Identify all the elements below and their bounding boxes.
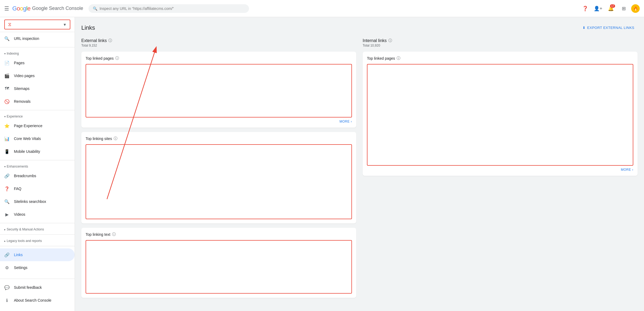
mobile-usability-icon: 📱 [4, 149, 10, 154]
sidebar-item-core-web-vitals[interactable]: 📊 Core Web Vitals [0, 132, 75, 145]
sidebar-item-faq[interactable]: ❓ FAQ [0, 182, 75, 195]
help-icon[interactable]: ❓ [580, 3, 591, 14]
breadcrumbs-icon: 🔗 [4, 173, 10, 179]
card-footer-ext-linked: MORE › [86, 120, 352, 123]
card-info-icon-sites[interactable]: ⓘ [114, 136, 117, 141]
add-user-icon[interactable]: 👤+ [593, 3, 603, 14]
sidebar: ⧖ ▼ 🔍 URL inspection ▾ Indexing 📄 Pages [0, 17, 75, 311]
search-bar[interactable]: 🔍 [89, 4, 249, 13]
logo[interactable]: Google Google Search Console [12, 5, 83, 12]
download-icon: ⬇ [582, 26, 586, 30]
feedback-icon: 💬 [4, 285, 10, 290]
sidebar-item-breadcrumbs[interactable]: 🔗 Breadcrumbs [0, 169, 75, 182]
external-top-linked-pages-content [86, 64, 352, 117]
sidebar-item-videos[interactable]: ▶ Videos [0, 208, 75, 221]
sidebar-item-links[interactable]: 🔗 Links [0, 248, 75, 261]
property-selector[interactable]: ⧖ ▼ [4, 20, 70, 29]
internal-top-linked-pages-card: Top linked pages ⓘ MORE › [363, 52, 638, 176]
export-btn-label: EXPORT EXTERNAL LINKS [587, 26, 634, 30]
sitelinks-searchbox-icon: 🔍 [4, 199, 10, 204]
sidebar-item-removals[interactable]: 🚫 Removals [0, 95, 75, 108]
avatar[interactable]: 🔥 [631, 4, 640, 13]
sitemaps-label: Sitemaps [14, 86, 29, 91]
sidebar-section-experience[interactable]: ▾ Experience [0, 112, 75, 119]
more-label-int: MORE [621, 168, 631, 172]
sidebar-item-url-inspection[interactable]: 🔍 URL inspection [0, 32, 75, 45]
section-label-exp: Experience [7, 115, 23, 118]
card-title-linking-text: Top linking text ⓘ [86, 232, 352, 237]
sidebar-section-legacy[interactable]: ▸ Legacy tools and reports [0, 237, 75, 244]
breadcrumbs-label: Breadcrumbs [14, 174, 36, 178]
external-top-linking-sites-card: Top linking sites ⓘ [81, 132, 356, 223]
internal-links-title: Internal links ⓘ [363, 38, 638, 43]
settings-label: Settings [14, 266, 28, 270]
card-title-int-linked-text: Top linked pages [367, 56, 395, 60]
video-pages-icon: 🎬 [4, 73, 10, 78]
links-icon: 🔗 [4, 252, 10, 257]
card-info-icon[interactable]: ⓘ [115, 56, 119, 61]
links-columns: External links ⓘ Total 9,152 Top linked … [81, 38, 638, 302]
external-top-linked-pages-card: Top linked pages ⓘ MORE › [81, 52, 356, 128]
sidebar-section-enhancements[interactable]: ▾ Enhancements [0, 162, 75, 169]
sidebar-nav: 🔍 URL inspection ▾ Indexing 📄 Pages 🎬 Vi… [0, 32, 75, 276]
divider-3 [0, 160, 75, 160]
expand-icon-leg: ▸ [4, 240, 6, 242]
external-links-title-text: External links [81, 38, 107, 43]
internal-links-title-text: Internal links [363, 38, 387, 43]
main-content: Links ⬇ EXPORT EXTERNAL LINKS External l… [75, 17, 644, 311]
apps-icon[interactable]: ⊞ [618, 3, 629, 14]
card-footer-int-linked: MORE › [367, 168, 633, 172]
sitelinks-searchbox-label: Sitelinks searchbox [14, 199, 46, 204]
external-links-header: External links ⓘ Total 9,152 [81, 38, 356, 47]
core-web-vitals-label: Core Web Vitals [14, 136, 41, 141]
sidebar-bottom: 💬 Submit feedback ℹ About Search Console [0, 276, 75, 311]
faq-label: FAQ [14, 187, 21, 191]
notifications-icon[interactable]: 🔔 17 [605, 3, 616, 14]
pages-label: Pages [14, 61, 25, 65]
about-label: About Search Console [14, 298, 51, 302]
sidebar-item-sitemaps[interactable]: 🗺 Sitemaps [0, 82, 75, 95]
card-info-icon-int[interactable]: ⓘ [397, 56, 400, 61]
expand-icon-sec: ▸ [4, 228, 6, 231]
sidebar-item-page-experience[interactable]: ⭐ Page Experience [0, 119, 75, 132]
sitemaps-icon: 🗺 [4, 86, 10, 91]
menu-icon[interactable]: ☰ [4, 5, 9, 12]
external-top-linking-sites-content [86, 144, 352, 219]
external-links-title: External links ⓘ [81, 38, 356, 43]
sidebar-section-indexing[interactable]: ▾ Indexing [0, 50, 75, 56]
sidebar-item-feedback[interactable]: 💬 Submit feedback [0, 281, 75, 294]
links-label: Links [14, 253, 23, 257]
videos-icon: ▶ [4, 212, 10, 217]
pages-icon: 📄 [4, 60, 10, 66]
divider-4 [0, 223, 75, 223]
page-experience-icon: ⭐ [4, 123, 10, 128]
internal-links-column: Internal links ⓘ Total 10,920 Top linked… [363, 38, 638, 302]
external-top-linking-text-card: Top linking text ⓘ [81, 228, 356, 298]
search-input[interactable] [99, 6, 245, 11]
external-links-column: External links ⓘ Total 9,152 Top linked … [81, 38, 356, 302]
mobile-usability-label: Mobile Usability [14, 149, 40, 154]
search-icon: 🔍 [93, 6, 97, 11]
sidebar-item-sitelinks-searchbox[interactable]: 🔍 Sitelinks searchbox [0, 195, 75, 208]
sidebar-item-video-pages[interactable]: 🎬 Video pages [0, 69, 75, 82]
external-links-total: Total 9,152 [81, 44, 356, 47]
chevron-right-icon-int: › [632, 168, 634, 172]
sidebar-item-pages[interactable]: 📄 Pages [0, 56, 75, 69]
card-title-linking-sites: Top linking sites ⓘ [86, 136, 352, 141]
more-link-int-linked[interactable]: MORE › [621, 168, 634, 172]
sidebar-item-settings[interactable]: ⚙ Settings [0, 261, 75, 274]
feedback-label: Submit feedback [14, 285, 42, 290]
export-external-links-button[interactable]: ⬇ EXPORT EXTERNAL LINKS [579, 24, 638, 32]
sidebar-item-mobile-usability[interactable]: 📱 Mobile Usability [0, 145, 75, 158]
video-pages-label: Video pages [14, 74, 35, 78]
card-title-linking-text-text: Top linking text [86, 232, 110, 237]
external-links-info-icon[interactable]: ⓘ [108, 38, 112, 43]
card-info-icon-text[interactable]: ⓘ [112, 232, 116, 237]
more-link-ext-linked[interactable]: MORE › [340, 120, 352, 123]
sidebar-item-about[interactable]: ℹ About Search Console [0, 294, 75, 307]
external-top-linking-text-content [86, 240, 352, 294]
chevron-right-icon: › [351, 120, 352, 123]
internal-links-total: Total 10,920 [363, 44, 638, 47]
internal-links-info-icon[interactable]: ⓘ [388, 38, 392, 43]
sidebar-section-security[interactable]: ▸ Security & Manual Actions [0, 225, 75, 232]
